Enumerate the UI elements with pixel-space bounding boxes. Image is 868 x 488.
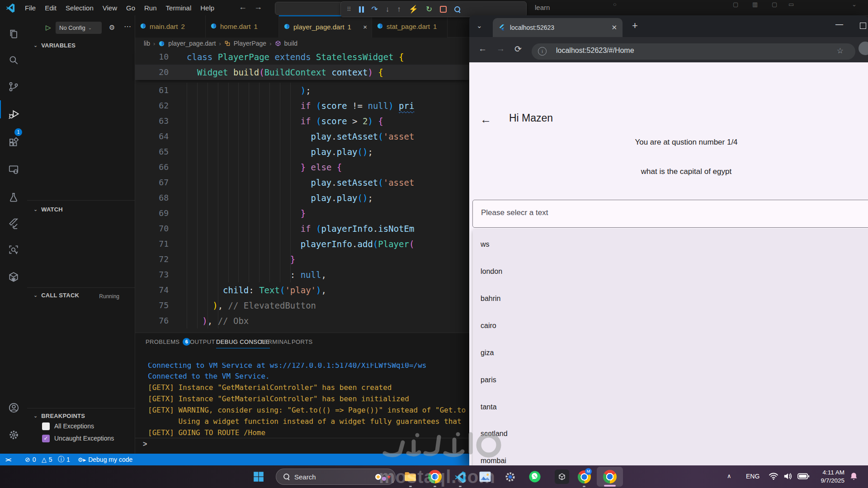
run-debug-icon[interactable] (6, 107, 21, 121)
settings-gear-icon[interactable] (6, 427, 21, 442)
editor-tab-home.dart[interactable]: home.dart1 (206, 15, 279, 38)
breakpoints-section-header[interactable]: ⌄BREAKPOINTS (33, 413, 85, 419)
start-button[interactable] (251, 469, 266, 484)
profile-avatar[interactable] (859, 42, 868, 55)
volume-icon[interactable] (783, 472, 793, 483)
option-bahrin[interactable]: bahrin (481, 293, 500, 304)
option-giza[interactable]: giza (481, 347, 494, 358)
debug-more-actions-icon[interactable]: ⋯ (124, 22, 132, 31)
panel-tab-terminal[interactable]: TERMINAL (260, 337, 291, 347)
nav-forward-icon[interactable]: → (254, 2, 262, 12)
active-chrome-tile[interactable] (597, 467, 623, 487)
browser-back-icon[interactable]: ← (478, 44, 487, 54)
option-tanta[interactable]: tanta (481, 402, 497, 413)
menu-terminal[interactable]: Terminal (162, 2, 196, 14)
account-icon[interactable] (6, 400, 21, 415)
site-info-icon[interactable]: i (538, 47, 547, 56)
widget-inspector-view-icon[interactable] (6, 243, 21, 257)
remote-indicator[interactable]: >< (5, 454, 10, 465)
variables-section-header[interactable]: ⌄VARIABLES (33, 42, 75, 49)
testing-icon[interactable] (6, 190, 21, 205)
problems-errors[interactable]: ⊘0 (25, 454, 36, 465)
browser-toolbar: ← → ⟳ i localhost:52623/#/Home ☆ (469, 37, 868, 62)
panel-tab-problems[interactable]: PROBLEMS6 (146, 337, 190, 347)
unchecked-checkbox[interactable] (42, 422, 50, 430)
menu-run[interactable]: Run (140, 2, 161, 14)
search-icon[interactable] (6, 53, 21, 67)
debug-gear-icon[interactable]: ⚙ (109, 23, 115, 32)
widget-inspector-button[interactable] (454, 6, 461, 13)
debug-restart-button[interactable]: ↻ (426, 5, 432, 13)
breadcrumb-item[interactable]: player_page.dart (168, 40, 216, 47)
menu-edit[interactable]: Edit (41, 2, 61, 14)
tab-search-chevron-icon[interactable]: ⌄ (476, 22, 482, 30)
bookmark-star-icon[interactable]: ☆ (837, 46, 844, 56)
editor-tab-main.dart[interactable]: main.dart2 (135, 15, 206, 38)
address-bar[interactable]: i localhost:52623/#/Home ☆ (532, 43, 855, 60)
menu-selection[interactable]: Selection (61, 2, 98, 14)
nav-back-icon[interactable]: ← (239, 2, 247, 12)
debug-status[interactable]: ⚙▸ Debug my code (78, 454, 132, 465)
debug-pause-button[interactable] (359, 6, 364, 13)
tray-chevron-icon[interactable]: ∧ (727, 473, 731, 479)
panel-tab-output[interactable]: OUTPUT (190, 337, 215, 347)
panel-tab-ports[interactable]: PORTS (292, 337, 313, 347)
debug-stop-button[interactable] (440, 6, 447, 13)
language-indicator[interactable]: ENG (746, 473, 760, 480)
browser-forward-icon[interactable]: → (496, 44, 505, 54)
browser-tab[interactable]: localhost:52623 ✕ (493, 18, 623, 37)
page-back-arrow[interactable]: ← (480, 113, 491, 126)
option-cairo[interactable]: cairo (481, 320, 496, 331)
debug-step-over-button[interactable]: ↷ (372, 5, 378, 13)
settings-icon[interactable] (503, 469, 517, 484)
extensions-icon[interactable] (6, 136, 21, 150)
window-maximize-button[interactable] (860, 23, 866, 29)
menu-view[interactable]: View (99, 2, 121, 14)
breadcrumb-separator: › (269, 40, 271, 47)
debug-step-into-button[interactable]: ↓ (386, 5, 390, 13)
battery-icon[interactable] (797, 473, 809, 481)
breadcrumb-item[interactable]: build (284, 40, 298, 47)
clock[interactable]: 4:11 AM 9/7/2025 (811, 469, 844, 485)
option-ws[interactable]: ws (481, 239, 490, 250)
explorer-icon[interactable] (6, 27, 21, 41)
taskbar-search[interactable]: Search ♥ (276, 469, 396, 485)
breadcrumb-item[interactable]: lib (144, 40, 150, 47)
breadcrumb-item[interactable]: PlayerPage (234, 40, 266, 47)
problems-infos[interactable]: ⓘ1 (58, 454, 70, 465)
breakpoint-row[interactable]: All Exceptions (42, 421, 94, 431)
option-paris[interactable]: paris (481, 375, 496, 385)
checked-checkbox[interactable]: ✓ (42, 435, 50, 442)
answer-select-field[interactable]: Please selecr a text (472, 200, 868, 228)
flutter-icon[interactable] (6, 216, 21, 231)
window-minimize-button[interactable]: — (835, 20, 843, 29)
call-stack-section-header[interactable]: ⌄CALL STACK (33, 292, 79, 299)
launch-config-dropdown[interactable]: No Config ⌄ (56, 22, 102, 34)
package-explorer-icon[interactable] (6, 270, 21, 284)
wifi-icon[interactable] (769, 472, 778, 482)
whatsapp-icon[interactable] (528, 469, 542, 484)
menu-help[interactable]: Help (196, 2, 218, 14)
new-tab-button[interactable]: + (632, 20, 638, 32)
tab-close-icon[interactable]: × (363, 23, 367, 31)
debug-toolbar-grip-icon[interactable]: ⠿ (347, 6, 351, 12)
chrome-profile-icon[interactable]: M (577, 469, 591, 484)
code-editor[interactable]: 61 );62 if (score != null) pri63 if (sco… (135, 80, 470, 333)
hot-reload-button[interactable]: ⚡ (409, 5, 418, 13)
start-debug-icon[interactable]: ▷ (46, 23, 51, 32)
tab-close-icon[interactable]: ✕ (611, 23, 617, 32)
watch-section-header[interactable]: ⌄WATCH (33, 206, 63, 213)
browser-reload-icon[interactable]: ⟳ (514, 44, 522, 54)
option-london[interactable]: london (481, 266, 502, 277)
unity-hub-icon[interactable] (555, 469, 569, 484)
problems-warnings[interactable]: △5 (42, 454, 52, 465)
notification-bell-icon[interactable] (849, 471, 859, 483)
debug-step-out-button[interactable]: ↑ (397, 5, 401, 13)
menu-file[interactable]: File (21, 2, 40, 14)
editor-tab-player_page.dart[interactable]: player_page.dart1× (279, 15, 372, 38)
menu-go[interactable]: Go (122, 2, 139, 14)
breakpoint-row[interactable]: ✓Uncaught Exceptions (42, 433, 114, 443)
source-control-icon[interactable] (6, 80, 21, 94)
editor-tab-stat_page.dart[interactable]: stat_page.dart1 (372, 15, 448, 38)
remote-explorer-icon[interactable] (6, 162, 21, 177)
